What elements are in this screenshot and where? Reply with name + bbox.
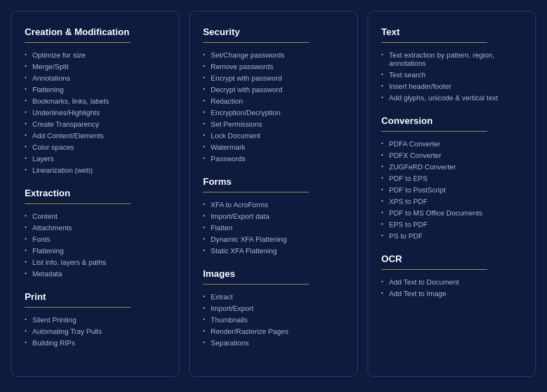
- list-item: ZUGFeRD Converter: [381, 161, 522, 173]
- list-item: PDFA Converter: [381, 138, 522, 150]
- list-item: Text extraction by pattern, region, anno…: [381, 49, 522, 69]
- list-item: Remove passwords: [203, 61, 344, 72]
- list-item: Metadata: [25, 268, 166, 280]
- list-item: Attachments: [25, 222, 166, 234]
- main-grid: Creation & ModificationOptimize for size…: [11, 11, 536, 377]
- section-title-col3-0: Text: [381, 27, 522, 38]
- list-item: Bookmarks, links, labels: [25, 95, 166, 107]
- list-col1-1: ContentAttachmentsFontsFlatteningList in…: [25, 211, 166, 280]
- list-item: Optimize for size: [25, 49, 166, 61]
- list-item: Set Permissions: [203, 118, 344, 130]
- list-item: Content: [25, 211, 166, 222]
- divider-col1-2: [25, 307, 131, 308]
- list-item: Create Transparency: [25, 118, 166, 130]
- section-title-col2-0: Security: [203, 27, 344, 38]
- section-title-col3-1: Conversion: [381, 116, 522, 127]
- list-item: Add Text to Document: [381, 276, 522, 288]
- list-item: Automating Tray Pulls: [25, 326, 166, 337]
- section-col1-2: PrintSilent PrintingAutomating Tray Pull…: [25, 292, 166, 349]
- list-item: PDFX Converter: [381, 150, 522, 161]
- divider-col1-0: [25, 42, 131, 43]
- list-col2-1: XFA to AcroFormsImport/Export dataFlatte…: [203, 199, 344, 257]
- list-item: Underlines/Highlights: [25, 107, 166, 118]
- list-item: XPS to PDF: [381, 196, 522, 207]
- list-item: Encryption/Decryption: [203, 107, 344, 118]
- divider-col2-0: [203, 42, 309, 43]
- list-item: Separations: [203, 337, 344, 349]
- list-item: Lock Document: [203, 130, 344, 141]
- list-item: Render/Rasterize Pages: [203, 326, 344, 337]
- list-item: Insert header/footer: [381, 81, 522, 92]
- list-item: Decrypt with password: [203, 84, 344, 95]
- list-item: PDF to EPS: [381, 173, 522, 184]
- section-title-col2-2: Images: [203, 269, 344, 280]
- list-item: PDF to PostScript: [381, 184, 522, 196]
- divider-col3-0: [381, 42, 487, 43]
- list-item: Watermark: [203, 141, 344, 153]
- section-col3-2: OCRAdd Text to DocumentAdd Text to Image: [381, 254, 522, 299]
- list-item: Import/Export data: [203, 211, 344, 222]
- list-item: EPS to PDF: [381, 219, 522, 230]
- list-item: Add Text to Image: [381, 288, 522, 299]
- list-item: Fonts: [25, 234, 166, 245]
- list-item: Redaction: [203, 95, 344, 107]
- section-col3-1: ConversionPDFA ConverterPDFX ConverterZU…: [381, 116, 522, 242]
- section-col2-1: FormsXFA to AcroFormsImport/Export dataF…: [203, 177, 344, 257]
- list-item: Flattening: [25, 84, 166, 95]
- divider-col2-2: [203, 284, 309, 285]
- list-col3-1: PDFA ConverterPDFX ConverterZUGFeRD Conv…: [381, 138, 522, 242]
- section-title-col1-1: Extraction: [25, 188, 166, 199]
- list-item: Add Content/Elements: [25, 130, 166, 141]
- list-col3-0: Text extraction by pattern, region, anno…: [381, 49, 522, 104]
- list-item: Import/Export: [203, 303, 344, 314]
- list-item: Dynamic XFA Flattening: [203, 234, 344, 245]
- list-item: Silent Printing: [25, 314, 166, 326]
- section-col1-1: ExtractionContentAttachmentsFontsFlatten…: [25, 188, 166, 280]
- section-title-col1-0: Creation & Modification: [25, 27, 166, 38]
- list-col2-2: ExtractImport/ExportThumbnailsRender/Ras…: [203, 291, 344, 349]
- list-item: Flatten: [203, 222, 344, 234]
- list-item: Passwords: [203, 153, 344, 164]
- list-item: XFA to AcroForms: [203, 199, 344, 211]
- section-title-col1-2: Print: [25, 292, 166, 303]
- list-item: Color spaces: [25, 141, 166, 153]
- list-col2-0: Set/Change passwordsRemove passwordsEncr…: [203, 49, 344, 164]
- list-item: Thumbnails: [203, 314, 344, 326]
- list-col1-0: Optimize for sizeMerge/SplitAnnotationsF…: [25, 49, 166, 176]
- list-col1-2: Silent PrintingAutomating Tray PullsBuil…: [25, 314, 166, 349]
- list-item: PDF to MS Office Documents: [381, 207, 522, 219]
- list-item: Extract: [203, 291, 344, 303]
- list-item: Encrypt with password: [203, 72, 344, 84]
- list-item: Add glyphs, unicode & vertical text: [381, 92, 522, 104]
- list-col3-2: Add Text to DocumentAdd Text to Image: [381, 276, 522, 299]
- list-item: Set/Change passwords: [203, 49, 344, 61]
- list-item: List info, layers & paths: [25, 257, 166, 268]
- list-item: Text search: [381, 69, 522, 81]
- section-col3-0: TextText extraction by pattern, region, …: [381, 27, 522, 104]
- section-col2-2: ImagesExtractImport/ExportThumbnailsRend…: [203, 269, 344, 349]
- section-title-col3-2: OCR: [381, 254, 522, 265]
- divider-col3-2: [381, 269, 487, 270]
- section-col1-0: Creation & ModificationOptimize for size…: [25, 27, 166, 176]
- list-item: Linearization (web): [25, 164, 166, 176]
- list-item: PS to PDF: [381, 230, 522, 242]
- card-col2: SecuritySet/Change passwordsRemove passw…: [189, 11, 358, 377]
- list-item: Flattening: [25, 245, 166, 257]
- divider-col3-1: [381, 131, 487, 132]
- list-item: Merge/Split: [25, 61, 166, 72]
- list-item: Static XFA Flattening: [203, 245, 344, 257]
- section-title-col2-1: Forms: [203, 177, 344, 188]
- section-col2-0: SecuritySet/Change passwordsRemove passw…: [203, 27, 344, 164]
- divider-col2-1: [203, 192, 309, 192]
- list-item: Building RIPs: [25, 337, 166, 349]
- divider-col1-1: [25, 203, 131, 204]
- card-col1: Creation & ModificationOptimize for size…: [11, 11, 179, 377]
- card-col3: TextText extraction by pattern, region, …: [368, 11, 536, 377]
- list-item: Layers: [25, 153, 166, 164]
- list-item: Annotations: [25, 72, 166, 84]
